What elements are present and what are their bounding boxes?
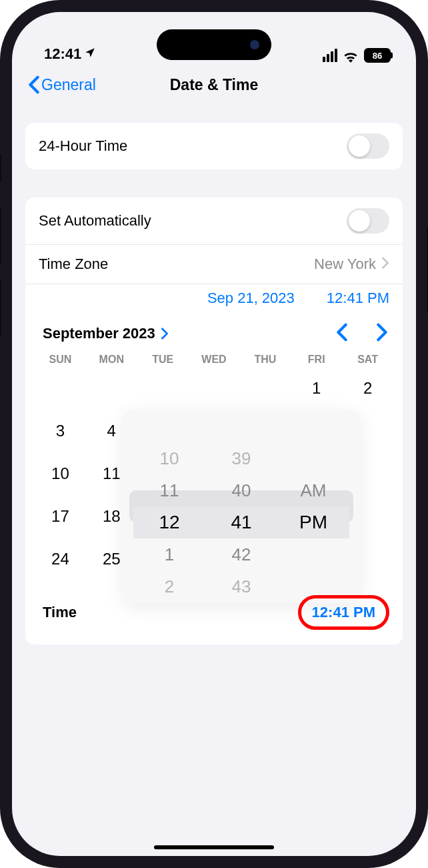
dow-label: WED: [189, 354, 240, 366]
picker-value: 40: [205, 474, 277, 506]
dow-label: FRI: [291, 354, 342, 366]
picker-value: 2: [133, 570, 205, 602]
picker-value: 42: [205, 538, 277, 570]
picker-value: 41: [205, 506, 277, 538]
status-time: 12:41: [44, 45, 81, 63]
picker-column-hour[interactable]: 10111212: [133, 410, 205, 603]
dow-label: SAT: [342, 354, 393, 366]
calendar-day[interactable]: 24: [35, 538, 86, 580]
picker-value: [133, 410, 205, 442]
picker-value: 1: [133, 538, 205, 570]
location-icon: [84, 47, 96, 62]
prev-month-button[interactable]: [336, 323, 348, 344]
navigation-bar: General Date & Time: [12, 65, 416, 104]
picker-value: 43: [205, 570, 277, 602]
month-label: September 2023: [43, 325, 155, 342]
picker-value: 12: [133, 506, 205, 538]
calendar-day[interactable]: 3: [35, 410, 86, 452]
calendar-day[interactable]: 2: [342, 367, 393, 410]
row-set-automatically: Set Automatically: [25, 197, 403, 244]
calendar-day[interactable]: 1: [291, 367, 342, 410]
calendar-day-empty: [35, 367, 86, 410]
chevron-right-icon: [381, 256, 389, 273]
picker-value: [277, 570, 349, 602]
dow-label: MON: [86, 354, 137, 366]
time-picker-wheel[interactable]: 10111212 3940414243 AMPM: [123, 410, 360, 603]
toggle-set-automatically[interactable]: [347, 208, 389, 234]
picker-value: PM: [277, 506, 349, 538]
calendar-day-empty: [86, 367, 137, 410]
picker-value: [277, 410, 349, 442]
picker-column-minute[interactable]: 3940414243: [205, 410, 277, 603]
back-label: General: [41, 76, 96, 94]
toggle-24-hour[interactable]: [347, 133, 389, 159]
row-24-hour-label: 24-Hour Time: [39, 137, 127, 155]
row-24-hour: 24-Hour Time: [25, 123, 403, 169]
calendar-day-empty: [189, 367, 240, 410]
battery-icon: 86: [364, 48, 391, 63]
wifi-icon: [343, 49, 359, 61]
dow-label: TUE: [137, 354, 189, 366]
next-month-button[interactable]: [376, 323, 388, 344]
calendar-day[interactable]: 17: [35, 495, 86, 538]
cellular-icon: [323, 49, 337, 62]
row-set-auto-label: Set Automatically: [39, 212, 151, 230]
date-link[interactable]: Sep 21, 2023: [207, 290, 295, 307]
picker-value: 11: [133, 474, 205, 506]
back-button[interactable]: General: [28, 75, 96, 94]
picker-value: 39: [205, 442, 277, 474]
picker-value: AM: [277, 474, 349, 506]
time-row-label: Time: [43, 604, 77, 621]
dynamic-island: [157, 29, 271, 60]
dow-label: THU: [239, 354, 291, 366]
picker-value: [277, 442, 349, 474]
dow-label: SUN: [35, 354, 86, 366]
row-time-zone-label: Time Zone: [39, 256, 108, 273]
page-title: Date & Time: [170, 76, 259, 94]
month-picker[interactable]: September 2023: [43, 325, 169, 342]
calendar-dow: SUNMONTUEWEDTHUFRISAT: [25, 351, 403, 367]
picker-value: [205, 410, 277, 442]
calendar-grid: 1234101117182425 10111212 3940414243 AMP…: [25, 367, 403, 584]
picker-value: [277, 538, 349, 570]
time-zone-value: New York: [314, 256, 376, 273]
row-time-zone[interactable]: Time Zone New York: [25, 244, 403, 284]
calendar-day-empty: [137, 367, 189, 410]
time-link[interactable]: 12:41 PM: [327, 290, 389, 307]
calendar-day[interactable]: 10: [35, 452, 86, 495]
picker-column-ampm[interactable]: AMPM: [277, 410, 349, 603]
home-indicator[interactable]: [154, 845, 274, 849]
calendar-day-empty: [239, 367, 291, 410]
picker-value: 10: [133, 442, 205, 474]
